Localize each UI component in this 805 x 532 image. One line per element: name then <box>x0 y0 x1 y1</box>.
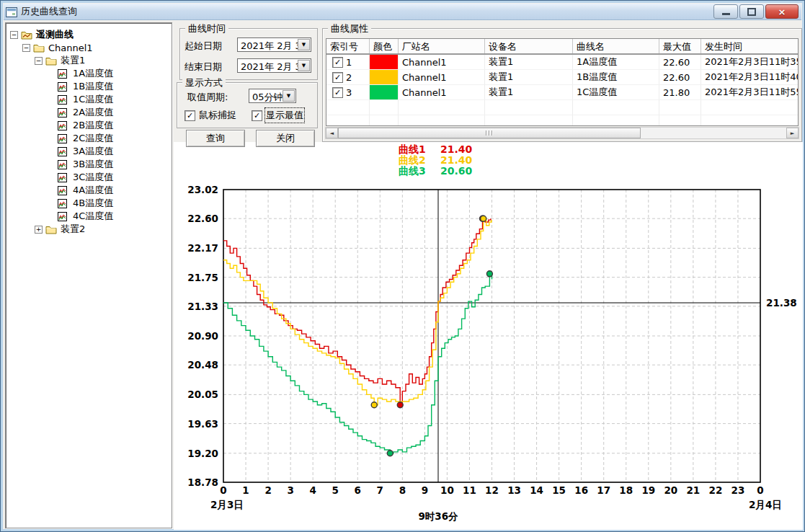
tree-item-label: 3B温度值 <box>73 158 113 171</box>
trend-chart[interactable]: 23.0222.6022.1721.7521.3320.9020.4820.05… <box>177 179 803 530</box>
cell <box>659 100 701 115</box>
axis-label: 14 <box>530 484 543 496</box>
query-button[interactable]: 查询 <box>186 130 245 147</box>
column-header-2[interactable]: 厂站名 <box>399 39 485 53</box>
tree-item-label: 装置2 <box>61 223 85 236</box>
row-checkbox[interactable]: ✓ <box>332 72 343 83</box>
axis-label: 20.48 <box>187 359 218 371</box>
cell: 1C温度值 <box>573 85 659 100</box>
column-header-4[interactable]: 曲线名 <box>573 39 659 53</box>
axis-label: 21 <box>686 484 700 496</box>
tree-item-4[interactable]: 1B温度值 <box>6 80 172 93</box>
close-button[interactable]: 关闭 <box>256 130 315 147</box>
axis-label: 19.63 <box>187 418 218 430</box>
curve-icon <box>58 146 70 156</box>
restore-button[interactable] <box>739 4 764 19</box>
end-date-label: 结束日期 <box>184 61 222 74</box>
mouse-capture-checkbox[interactable]: ✓ <box>184 110 195 121</box>
column-header-3[interactable]: 设备名 <box>485 39 573 53</box>
cell: 装置1 <box>485 70 573 85</box>
scroll-right-button[interactable]: ► <box>786 128 799 138</box>
legend-item-1: 曲线221.40 <box>399 155 484 166</box>
plus-expander-icon[interactable]: + <box>35 226 43 234</box>
curve-icon <box>58 159 70 169</box>
tree-item-10[interactable]: 3B温度值 <box>6 158 172 171</box>
cell <box>399 100 485 115</box>
axis-label: 10 <box>440 484 454 496</box>
close-window-button[interactable]: × <box>765 4 799 19</box>
tree-item-14[interactable]: 4C温度值 <box>6 210 172 223</box>
minus-expander-icon[interactable]: − <box>10 31 18 39</box>
axis-label: 21.38 <box>766 297 797 309</box>
table-row[interactable]: ✓2Channel1装置11B温度值22.602021年2月3日11时40 <box>326 70 798 85</box>
column-header-6[interactable]: 发生时间 <box>701 39 799 53</box>
tree-item-0[interactable]: −遥测曲线 <box>6 28 172 41</box>
end-date-dropdown-button[interactable]: ▼ <box>298 60 310 71</box>
cell: ✓1 <box>326 55 370 70</box>
scrollbar-thumb[interactable] <box>338 128 641 138</box>
folder-icon <box>33 43 45 53</box>
row-checkbox[interactable]: ✓ <box>332 57 343 68</box>
cell <box>370 85 399 100</box>
cell: 装置1 <box>485 85 573 100</box>
tree-item-12[interactable]: 4A温度值 <box>6 184 172 197</box>
restore-icon <box>747 8 756 16</box>
cell: ✓3 <box>326 85 370 100</box>
chevron-down-icon: ▼ <box>302 63 306 68</box>
legend-value: 21.40 <box>440 144 484 155</box>
minimize-button[interactable] <box>713 4 738 19</box>
cell: 1B温度值 <box>573 70 659 85</box>
tree-item-11[interactable]: 3C温度值 <box>6 171 172 184</box>
table-row[interactable]: ✓1Channel1装置11A温度值22.602021年2月3日11时35 <box>326 55 798 70</box>
table-row[interactable]: ✓3Channel1装置11C温度值21.802021年2月3日11时55 <box>326 85 798 100</box>
show-extremes-checkbox[interactable]: ✓ <box>252 110 262 121</box>
start-date-value: 2021年 2月 3 <box>241 40 301 53</box>
cell: Channel1 <box>399 70 485 85</box>
cell: 22.60 <box>659 55 701 70</box>
table-hscrollbar[interactable]: ◄ ► <box>325 127 799 139</box>
color-swatch <box>370 70 398 84</box>
axis-label: 1 <box>242 484 249 496</box>
end-date-dropdown[interactable]: 2021年 2月 3 ▼ <box>237 58 311 73</box>
table-row[interactable] <box>326 100 798 115</box>
column-header-0[interactable]: 索引号 <box>326 39 370 53</box>
tree-item-15[interactable]: +装置2 <box>6 223 172 236</box>
column-header-1[interactable]: 颜色 <box>370 39 399 53</box>
cell: Channel1 <box>399 85 485 100</box>
column-header-5[interactable]: 最大值 <box>659 39 701 53</box>
tree-item-9[interactable]: 3A温度值 <box>6 145 172 158</box>
tree-item-6[interactable]: 2A温度值 <box>6 106 172 119</box>
minus-expander-icon[interactable]: − <box>35 57 43 65</box>
titlebar[interactable]: 历史曲线查询 × <box>4 4 801 20</box>
color-swatch <box>370 55 398 69</box>
start-date-dropdown-button[interactable]: ▼ <box>298 39 310 50</box>
period-dropdown[interactable]: 05分钟 ▼ <box>249 89 296 103</box>
tree-item-2[interactable]: −装置1 <box>6 54 172 67</box>
table-row[interactable] <box>326 115 798 126</box>
legend-label: 曲线3 <box>399 166 440 177</box>
tree-item-label: 3A温度值 <box>73 145 113 158</box>
scroll-left-button[interactable]: ◄ <box>326 128 338 138</box>
start-date-dropdown[interactable]: 2021年 2月 3 ▼ <box>237 37 311 52</box>
curve-tree[interactable]: −遥测曲线−Channel1−装置11A温度值1B温度值1C温度值2A温度值2B… <box>5 22 172 528</box>
row-checkbox[interactable]: ✓ <box>332 87 343 98</box>
tree-item-5[interactable]: 1C温度值 <box>6 93 172 106</box>
tree-item-1[interactable]: −Channel1 <box>6 41 172 54</box>
period-dropdown-button[interactable]: ▼ <box>283 90 295 102</box>
legend-item-2: 曲线320.60 <box>399 166 484 177</box>
curve-props-group: 曲线属性 索引号颜色厂站名设备名曲线名最大值发生时间 ✓1Channel1装置1… <box>322 28 802 142</box>
minus-expander-icon[interactable]: − <box>22 44 30 52</box>
app-icon <box>6 6 17 17</box>
tree-item-3[interactable]: 1A温度值 <box>6 67 172 80</box>
tree-item-13[interactable]: 4B温度值 <box>6 197 172 210</box>
tree-item-7[interactable]: 2B温度值 <box>6 119 172 132</box>
cell <box>326 100 370 115</box>
tree-item-8[interactable]: 2C温度值 <box>6 132 172 145</box>
tree-item-label: 3C温度值 <box>73 171 113 184</box>
chart-legend: 曲线121.40曲线221.40曲线320.60 <box>399 144 484 177</box>
tree-item-label: 1B温度值 <box>73 80 113 93</box>
axis-label: 23.02 <box>187 184 218 195</box>
axis-label: 0 <box>220 484 226 496</box>
series-1-max_marker <box>481 216 486 221</box>
legend-label: 曲线2 <box>399 155 440 166</box>
